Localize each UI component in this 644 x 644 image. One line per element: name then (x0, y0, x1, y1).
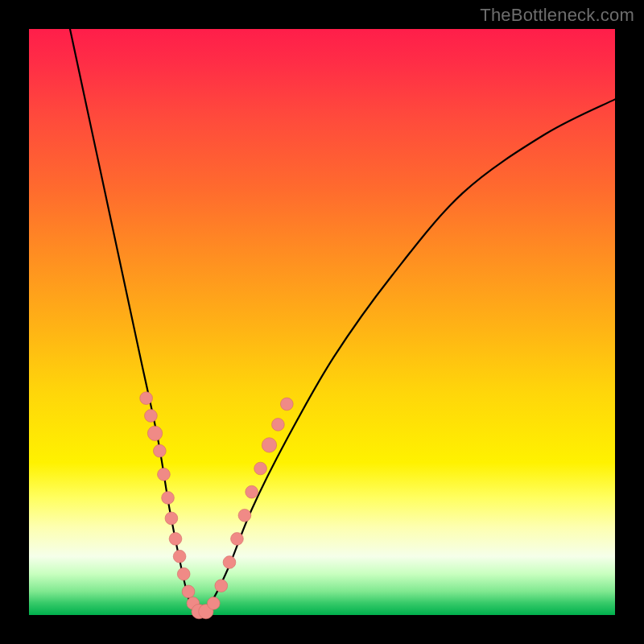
data-marker (147, 426, 162, 440)
data-marker (145, 410, 158, 423)
data-marker (272, 419, 285, 431)
data-marker (238, 509, 251, 522)
data-marker (165, 512, 178, 525)
watermark-text: TheBottleneck.com (480, 5, 634, 26)
data-marker (280, 398, 293, 411)
data-marker (162, 492, 175, 505)
data-marker (177, 568, 190, 580)
data-marker (173, 550, 186, 563)
data-marker (140, 392, 153, 405)
chart-frame: TheBottleneck.com (0, 0, 644, 644)
curve-svg (29, 29, 615, 615)
data-marker (153, 444, 166, 457)
data-marker (246, 485, 258, 498)
data-marker (182, 585, 195, 598)
plot-area (29, 29, 615, 615)
data-marker (169, 532, 182, 545)
data-marker (231, 532, 244, 545)
data-marker (254, 462, 267, 475)
data-marker (262, 438, 276, 452)
data-marker (215, 580, 228, 592)
data-marker (158, 468, 171, 481)
data-marker (223, 556, 236, 569)
data-marker (207, 597, 220, 610)
bottleneck-curve (70, 29, 615, 615)
data-markers (140, 392, 293, 619)
